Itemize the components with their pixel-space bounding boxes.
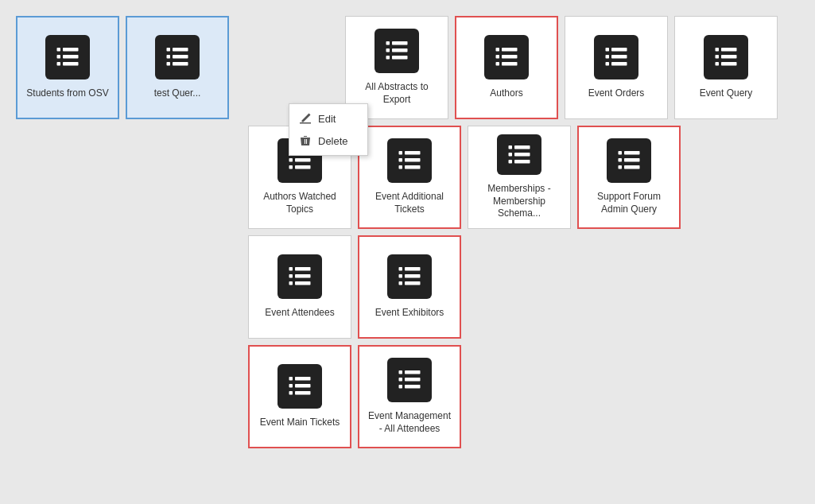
svg-rect-31 [721,48,737,52]
svg-rect-30 [716,48,720,52]
svg-rect-10 [167,62,171,66]
card-label: Event Exhibitors [375,307,444,320]
svg-rect-8 [167,55,171,59]
svg-rect-29 [611,62,627,66]
card-label: Students from OSV [26,87,108,100]
svg-rect-77 [295,391,311,395]
svg-rect-53 [514,160,530,164]
context-menu-edit[interactable]: Edit [289,107,367,130]
svg-rect-72 [289,377,293,381]
card-event-orders[interactable]: Event Orders [565,16,668,119]
card-grid: Students from OSV test Quer... Edit [16,16,799,448]
svg-rect-3 [63,55,79,59]
card-event-additional-tickets[interactable]: Event Additional Tickets [358,126,461,229]
svg-rect-64 [289,281,293,285]
svg-rect-62 [289,274,293,278]
svg-rect-57 [624,158,640,162]
list-icon [375,29,419,73]
svg-rect-23 [502,62,518,66]
svg-rect-24 [606,48,610,52]
list-icon [277,364,322,409]
card-label: test Quer... [154,87,201,100]
list-icon [607,138,651,183]
svg-rect-34 [716,62,720,66]
svg-rect-51 [514,153,530,157]
svg-rect-82 [399,385,403,389]
card-event-exhibitors[interactable]: Event Exhibitors [358,235,461,339]
svg-rect-68 [399,274,403,278]
card-label: Event Query [700,87,753,100]
list-icon [155,35,200,79]
svg-rect-47 [405,165,421,169]
svg-rect-39 [295,158,311,162]
svg-rect-41 [295,165,311,169]
svg-rect-42 [399,151,403,155]
list-icon [497,134,541,175]
list-icon [45,35,90,79]
svg-rect-65 [295,281,311,285]
card-authors[interactable]: Authors [455,16,558,119]
svg-rect-50 [509,153,513,157]
svg-rect-56 [619,158,623,162]
edit-label: Edit [318,113,336,125]
svg-rect-0 [57,48,61,52]
card-label: Event Management - All Attendees [367,410,452,435]
list-icon [704,35,748,79]
svg-rect-74 [289,384,293,388]
delete-label: Delete [318,135,348,147]
card-label: Authors [490,87,522,100]
svg-rect-67 [405,267,421,271]
context-menu: Edit Delete [289,103,368,156]
svg-rect-80 [399,378,403,382]
svg-rect-59 [624,165,640,169]
svg-rect-75 [295,384,311,388]
card-event-main-tickets[interactable]: Event Main Tickets [248,345,351,448]
svg-rect-6 [167,48,171,52]
svg-rect-44 [399,158,403,162]
card-label: All Abstracts to Export [354,81,440,106]
card-test-query[interactable]: test Quer... [126,16,229,119]
card-memberships-schema[interactable]: Memberships - Membership Schema... [468,126,571,229]
svg-rect-20 [496,55,500,59]
svg-rect-19 [502,48,518,52]
svg-rect-2 [57,55,61,59]
edit-icon [299,112,312,125]
svg-rect-49 [514,145,530,149]
svg-rect-1 [63,48,79,52]
svg-rect-16 [386,56,390,60]
svg-rect-46 [399,165,403,169]
svg-rect-17 [392,56,408,60]
svg-rect-79 [405,370,421,374]
svg-rect-55 [624,151,640,155]
svg-rect-60 [289,267,293,271]
svg-rect-15 [392,48,408,52]
svg-rect-12 [386,41,390,45]
list-icon [484,35,529,79]
svg-rect-25 [611,48,627,52]
svg-rect-78 [399,370,403,374]
context-menu-delete[interactable]: Delete [289,130,367,152]
svg-rect-54 [619,151,623,155]
svg-rect-61 [295,267,311,271]
svg-rect-5 [63,62,79,66]
list-icon [387,138,432,183]
card-event-query[interactable]: Event Query [674,16,778,119]
card-label: Event Main Tickets [260,417,340,429]
svg-rect-18 [496,48,500,52]
card-event-management-all-attendees[interactable]: Event Management - All Attendees [358,345,461,448]
svg-rect-9 [173,55,188,59]
card-support-forum-admin-query[interactable]: Support Forum Admin Query [577,126,681,229]
card-students-from-osv[interactable]: Students from OSV [16,16,119,119]
svg-rect-43 [405,151,421,155]
svg-rect-22 [496,62,500,66]
card-label: Event Orders [588,87,645,100]
svg-rect-71 [405,281,421,285]
svg-rect-35 [721,62,737,66]
card-event-attendees[interactable]: Event Attendees [248,235,351,339]
svg-rect-76 [289,391,293,395]
svg-rect-81 [405,378,421,382]
svg-rect-40 [289,165,293,169]
list-icon [387,254,432,299]
card-label: Event Attendees [265,307,334,320]
svg-rect-66 [399,267,403,271]
